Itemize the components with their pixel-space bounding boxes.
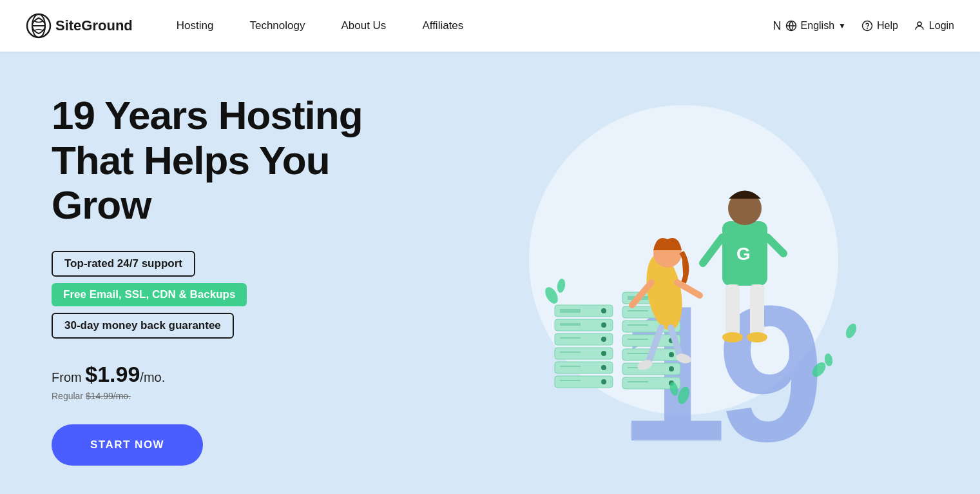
svg-point-53 bbox=[556, 278, 566, 293]
logo-text: SiteGround bbox=[55, 17, 133, 34]
login-label: Login bbox=[929, 20, 954, 32]
nav-about-us[interactable]: About Us bbox=[323, 0, 404, 52]
hero-section: 19 Years Hosting That Helps You Grow Top… bbox=[0, 52, 980, 494]
svg-point-19 bbox=[601, 379, 606, 384]
language-label: English bbox=[801, 20, 834, 32]
nav-hosting[interactable]: Hosting bbox=[159, 0, 232, 52]
chevron-down-icon: ▼ bbox=[838, 21, 846, 30]
hero-title: 19 Years Hosting That Helps You Grow bbox=[52, 93, 425, 227]
hero-svg: 19 bbox=[490, 105, 877, 466]
nav-technology[interactable]: Technology bbox=[231, 0, 323, 52]
help-label: Help bbox=[877, 20, 898, 32]
svg-point-18 bbox=[601, 365, 606, 370]
user-icon bbox=[914, 20, 925, 32]
svg-point-15 bbox=[601, 322, 606, 328]
svg-rect-70 bbox=[750, 284, 764, 336]
regular-price-value: $14.99/mo. bbox=[86, 391, 131, 401]
navbar: SiteGround Hosting Technology About Us A… bbox=[0, 0, 980, 52]
hero-price: From $1.99/mo. bbox=[52, 362, 425, 387]
svg-point-6 bbox=[918, 22, 921, 26]
from-label: From bbox=[52, 370, 82, 384]
svg-line-74 bbox=[767, 237, 783, 253]
svg-point-41 bbox=[669, 366, 674, 371]
hero-illustration: 19 bbox=[425, 92, 941, 466]
translate-icon: N bbox=[773, 19, 782, 33]
badge-support: Top-rated 24/7 support bbox=[52, 251, 195, 277]
login-link[interactable]: Login bbox=[914, 20, 954, 32]
help-link[interactable]: Help bbox=[861, 20, 898, 32]
help-icon bbox=[861, 20, 873, 32]
svg-point-58 bbox=[843, 322, 858, 340]
logo[interactable]: SiteGround bbox=[26, 13, 133, 39]
nav-links: Hosting Technology About Us Affiliates bbox=[159, 0, 773, 52]
svg-point-16 bbox=[601, 337, 606, 342]
svg-point-17 bbox=[601, 351, 606, 356]
nav-affiliates[interactable]: Affiliates bbox=[404, 0, 481, 52]
svg-rect-69 bbox=[725, 284, 740, 336]
price-amount: $1.99 bbox=[85, 362, 140, 386]
svg-point-14 bbox=[601, 308, 606, 313]
hero-content: 19 Years Hosting That Helps You Grow Top… bbox=[52, 93, 425, 465]
regular-price: Regular $14.99/mo. bbox=[52, 391, 425, 401]
badge-free: Free Email, SSL, CDN & Backups bbox=[52, 283, 247, 306]
per-mo-label: /mo. bbox=[140, 370, 165, 384]
svg-point-72 bbox=[747, 332, 767, 342]
svg-line-73 bbox=[703, 237, 722, 263]
svg-point-71 bbox=[722, 332, 743, 342]
globe-icon bbox=[785, 20, 797, 32]
hero-badges: Top-rated 24/7 support Free Email, SSL, … bbox=[52, 251, 425, 339]
svg-point-5 bbox=[867, 28, 868, 28]
svg-point-40 bbox=[669, 352, 674, 357]
nav-right: N English ▼ Help Login bbox=[773, 19, 954, 33]
start-now-button[interactable]: START NOW bbox=[52, 424, 203, 466]
badge-money-back: 30-day money back guarantee bbox=[52, 313, 234, 339]
svg-text:G: G bbox=[736, 244, 751, 264]
language-selector[interactable]: N English ▼ bbox=[773, 19, 846, 33]
